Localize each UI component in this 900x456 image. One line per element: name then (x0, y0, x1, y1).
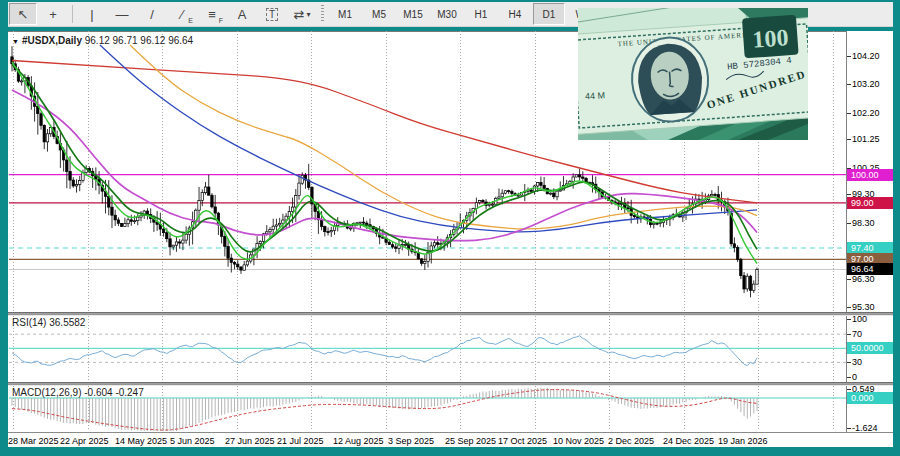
x-axis-date-label: 17 Oct 2025 (498, 436, 547, 446)
svg-text:44 M: 44 M (585, 90, 606, 101)
y-axis-tick-label: 98.30 (852, 218, 875, 228)
symbol-dropdown-icon[interactable]: ▼ (12, 38, 19, 45)
x-axis-date-label: 27 Jun 2025 (225, 436, 275, 446)
x-axis-date-label: 24 Dec 2025 (663, 436, 714, 446)
tick-mark (847, 389, 851, 390)
price-label-chip: 97.40 (847, 242, 893, 254)
symbol-period-label: #USDX,Daily (22, 35, 82, 46)
rsi-indicator-label: RSI(14) 36.5582 (12, 317, 85, 328)
tick-mark (847, 319, 851, 320)
tick-mark (847, 113, 851, 114)
price-label-chip: 50.0000 (847, 342, 893, 354)
y-axis-tick-label: 30 (852, 357, 862, 367)
macd-panel-divider[interactable] (8, 382, 893, 386)
tick-mark (847, 56, 851, 57)
x-axis-date-label: 28 Mar 2025 (8, 436, 59, 446)
tick-mark (847, 84, 851, 85)
macd-indicator-label: MACD(12,26,9) -0.604 -0.247 (12, 387, 144, 398)
ohlc-values: 96.12 96.71 96.12 96.64 (85, 35, 193, 46)
y-axis-tick-label: 104.20 (852, 51, 880, 61)
tick-mark (847, 377, 851, 378)
y-axis-tick-label: 70 (852, 329, 862, 339)
terminal-window: ↖+|—/∕E≡FAT⇄▾M1M5M15M30H1H4D1W1MN ▼#USDX… (0, 0, 900, 456)
svg-text:100: 100 (752, 24, 790, 52)
y-axis-tick-label: 101.25 (852, 134, 880, 144)
y-axis-tick-label: 103.20 (852, 79, 880, 89)
x-axis-date-label: 21 Jul 2025 (277, 436, 324, 446)
rsi-line (12, 336, 757, 366)
price-label-chip: 100.00 (847, 169, 893, 181)
tick-mark (847, 362, 851, 363)
y-axis-tick-label: 96.30 (852, 274, 875, 284)
tick-mark (847, 139, 851, 140)
x-axis-date-label: 3 Sep 2025 (388, 436, 434, 446)
tick-mark (847, 279, 851, 280)
tick-mark (847, 334, 851, 335)
x-axis-date-label: 10 Nov 2025 (553, 436, 604, 446)
x-axis-date-label: 14 May 2025 (115, 436, 167, 446)
y-axis-tick-label: 95.30 (852, 302, 875, 312)
tick-mark (847, 194, 851, 195)
x-axis-date-label: 2 Dec 2025 (608, 436, 654, 446)
y-axis-tick-label: 0 (852, 372, 857, 382)
price-label-chip: 96.64 (847, 263, 893, 275)
dollar-bill-photo: THE UNITED STATES OF AMERICA 100 HB 5728… (578, 8, 808, 140)
rsi-panel-divider[interactable] (8, 312, 893, 316)
chart-title: ▼#USDX,Daily 96.12 96.71 96.12 96.64 (12, 35, 193, 46)
date-axis[interactable]: 28 Mar 202522 Apr 202514 May 20255 Jun 2… (8, 433, 893, 447)
tick-mark (847, 428, 851, 429)
tick-mark (847, 223, 851, 224)
x-axis-date-label: 22 Apr 2025 (60, 436, 109, 446)
tick-mark (847, 307, 851, 308)
y-axis-tick-label: 102.20 (852, 108, 880, 118)
x-axis-date-label: 5 Jun 2025 (170, 436, 215, 446)
x-axis-date-label: 19 Jan 2026 (718, 436, 768, 446)
x-axis-date-label: 25 Sep 2025 (445, 436, 496, 446)
x-axis-date-label: 12 Aug 2025 (333, 436, 384, 446)
price-label-chip: 99.00 (847, 197, 893, 209)
date-axis-divider (8, 432, 893, 433)
price-label-chip: 0.000 (847, 392, 893, 404)
